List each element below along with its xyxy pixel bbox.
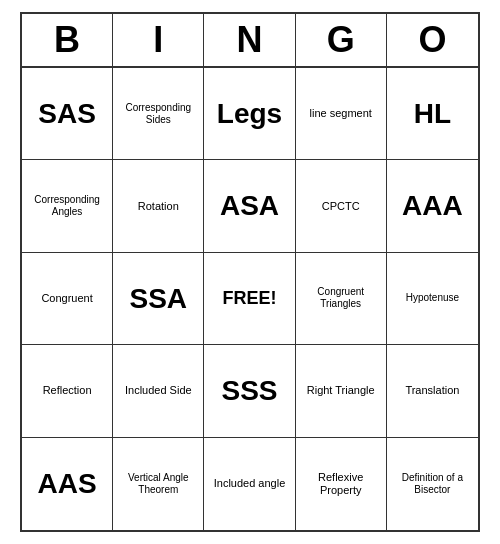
bingo-cell: SSA xyxy=(113,253,204,345)
cell-text: Corresponding Sides xyxy=(117,102,199,126)
bingo-cell: Corresponding Angles xyxy=(22,160,113,252)
bingo-cell: Congruent xyxy=(22,253,113,345)
bingo-cell: SSS xyxy=(204,345,295,437)
bingo-cell: ASA xyxy=(204,160,295,252)
cell-text: CPCTC xyxy=(322,200,360,213)
cell-text: Reflexive Property xyxy=(300,471,382,497)
bingo-cell: Translation xyxy=(387,345,478,437)
bingo-cell: Vertical Angle Theorem xyxy=(113,438,204,530)
cell-text: Hypotenuse xyxy=(406,292,459,304)
cell-text: Congruent xyxy=(41,292,92,305)
bingo-card: BINGO SASCorresponding SidesLegsline seg… xyxy=(20,12,480,532)
bingo-cell: Definition of a Bisector xyxy=(387,438,478,530)
cell-text: Rotation xyxy=(138,200,179,213)
bingo-cell: FREE! xyxy=(204,253,295,345)
header-letter: O xyxy=(387,14,478,66)
cell-text: Translation xyxy=(405,384,459,397)
bingo-header: BINGO xyxy=(22,14,478,68)
cell-text: AAA xyxy=(402,189,463,223)
cell-text: SAS xyxy=(38,97,96,131)
cell-text: SSS xyxy=(221,374,277,408)
cell-text: HL xyxy=(414,97,451,131)
bingo-grid: SASCorresponding SidesLegsline segmentHL… xyxy=(22,68,478,530)
bingo-cell: Hypotenuse xyxy=(387,253,478,345)
cell-text: line segment xyxy=(310,107,372,120)
bingo-cell: AAA xyxy=(387,160,478,252)
header-letter: B xyxy=(22,14,113,66)
bingo-cell: Reflection xyxy=(22,345,113,437)
bingo-cell: Legs xyxy=(204,68,295,160)
cell-text: Legs xyxy=(217,97,282,131)
header-letter: I xyxy=(113,14,204,66)
header-letter: N xyxy=(204,14,295,66)
cell-text: FREE! xyxy=(222,288,276,310)
header-letter: G xyxy=(296,14,387,66)
bingo-cell: Included Side xyxy=(113,345,204,437)
cell-text: Right Triangle xyxy=(307,384,375,397)
bingo-cell: Rotation xyxy=(113,160,204,252)
bingo-cell: AAS xyxy=(22,438,113,530)
bingo-cell: Congruent Triangles xyxy=(296,253,387,345)
cell-text: Included Side xyxy=(125,384,192,397)
cell-text: Included angle xyxy=(214,477,286,490)
cell-text: Corresponding Angles xyxy=(26,194,108,218)
cell-text: ASA xyxy=(220,189,279,223)
bingo-cell: Included angle xyxy=(204,438,295,530)
bingo-cell: Right Triangle xyxy=(296,345,387,437)
bingo-cell: SAS xyxy=(22,68,113,160)
cell-text: Reflection xyxy=(43,384,92,397)
bingo-cell: CPCTC xyxy=(296,160,387,252)
bingo-cell: HL xyxy=(387,68,478,160)
cell-text: SSA xyxy=(130,282,188,316)
cell-text: Congruent Triangles xyxy=(300,286,382,310)
bingo-cell: Reflexive Property xyxy=(296,438,387,530)
cell-text: Vertical Angle Theorem xyxy=(117,472,199,496)
bingo-cell: line segment xyxy=(296,68,387,160)
bingo-cell: Corresponding Sides xyxy=(113,68,204,160)
cell-text: Definition of a Bisector xyxy=(391,472,474,496)
cell-text: AAS xyxy=(38,467,97,501)
